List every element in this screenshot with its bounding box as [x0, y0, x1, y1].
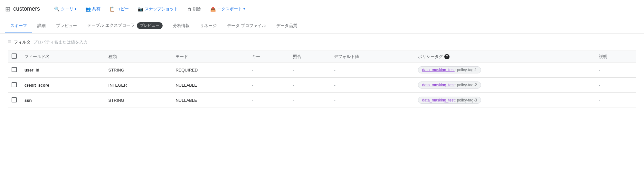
- th-mode: モード: [172, 51, 248, 62]
- key-cell: -: [248, 78, 289, 93]
- table-icon: ⊞: [5, 5, 11, 13]
- policy-tag-value: policy-tag-1: [457, 68, 477, 72]
- description-cell: -: [595, 62, 636, 78]
- default-cell: -: [330, 93, 414, 108]
- policy-tag-cell: data_masking_test : policy-tag-2: [414, 78, 595, 93]
- tab-table-explorer[interactable]: テーブル エクスプローラ プレビュー: [82, 18, 168, 33]
- mode-cell: REQUIRED: [172, 62, 248, 78]
- policy-tag-name-link[interactable]: data_masking_test: [422, 83, 455, 87]
- policy-tag-cell: data_masking_test : policy-tag-3: [414, 93, 595, 108]
- th-policy-tag: ポリシータグ ?: [414, 51, 595, 62]
- policy-tag-help-icon[interactable]: ?: [444, 54, 450, 59]
- row-checkbox-cell: [8, 78, 21, 93]
- th-description: 説明: [595, 51, 636, 62]
- type-cell: INTEGER: [105, 78, 172, 93]
- export-chevron-icon: ▾: [243, 7, 245, 11]
- policy-tag-badge: data_masking_test : policy-tag-3: [418, 97, 481, 104]
- row-checkbox-cell: [8, 93, 21, 108]
- th-key: キー: [248, 51, 289, 62]
- default-cell: -: [330, 62, 414, 78]
- mode-cell: NULLABLE: [172, 93, 248, 108]
- row-checkbox-0[interactable]: [12, 67, 17, 72]
- filter-placeholder: プロパティ名または値を入力: [33, 39, 88, 45]
- header-checkbox[interactable]: [12, 53, 17, 59]
- th-default: デフォルト値: [330, 51, 414, 62]
- chevron-down-icon: ▾: [75, 7, 76, 11]
- tab-data-profile[interactable]: データ プロファイル: [222, 19, 271, 33]
- header: ⊞ customers 🔍 クエリ ▾ 👥 共有 📋 コピー 📷 スナップショッ…: [0, 0, 644, 18]
- th-type: 種類: [105, 51, 172, 62]
- key-cell: -: [248, 93, 289, 108]
- policy-tag-badge: data_masking_test : policy-tag-1: [418, 66, 481, 73]
- schema-table: フィールド名 種類 モード キー 照合 デフォルト値 ポリシータグ ? 説明: [8, 51, 636, 108]
- match-cell: -: [289, 93, 330, 108]
- copy-button[interactable]: 📋 コピー: [106, 4, 133, 14]
- table-header-row: フィールド名 種類 モード キー 照合 デフォルト値 ポリシータグ ? 説明: [8, 51, 636, 62]
- tab-data-quality[interactable]: データ品質: [271, 19, 302, 33]
- header-actions: 🔍 クエリ ▾ 👥 共有 📋 コピー 📷 スナップショット 🗑 削除 📤 エクス…: [50, 4, 639, 14]
- policy-tag-separator: :: [455, 98, 456, 102]
- field-name-cell: user_id: [21, 62, 105, 78]
- policy-tag-separator: :: [455, 83, 456, 87]
- row-checkbox-cell: [8, 62, 21, 78]
- tab-preview[interactable]: プレビュー: [51, 19, 82, 33]
- title-group: ⊞ customers: [5, 5, 40, 13]
- filter-label: フィルタ: [14, 39, 31, 45]
- tab-lineage[interactable]: リネージ: [195, 19, 222, 33]
- type-cell: STRING: [105, 62, 172, 78]
- default-cell: -: [330, 78, 414, 93]
- copy-icon: 📋: [109, 6, 115, 12]
- export-button[interactable]: 📤 エクスポート ▾: [206, 4, 249, 14]
- tab-bar: スキーマ 詳細 プレビュー テーブル エクスプローラ プレビュー 分析情報 リネ…: [0, 18, 644, 33]
- policy-tag-value: policy-tag-3: [457, 98, 477, 102]
- policy-tag-value: policy-tag-2: [457, 83, 477, 87]
- delete-icon: 🗑: [187, 6, 192, 12]
- search-icon: 🔍: [54, 6, 60, 12]
- snapshot-button[interactable]: 📷 スナップショット: [134, 4, 182, 14]
- policy-tag-cell: data_masking_test : policy-tag-1: [414, 62, 595, 78]
- description-cell: -: [595, 93, 636, 108]
- policy-tag-name-link[interactable]: data_masking_test: [422, 98, 455, 102]
- row-checkbox-2[interactable]: [12, 97, 17, 102]
- key-cell: -: [248, 62, 289, 78]
- table-row: user_id STRING REQUIRED - - - data_maski…: [8, 62, 636, 78]
- type-cell: STRING: [105, 93, 172, 108]
- policy-tag-separator: :: [455, 68, 456, 72]
- match-cell: -: [289, 62, 330, 78]
- match-cell: -: [289, 78, 330, 93]
- tab-details[interactable]: 詳細: [32, 19, 51, 33]
- field-name-cell: credit_score: [21, 78, 105, 93]
- page-title: customers: [13, 5, 40, 12]
- policy-tag-name-link[interactable]: data_masking_test: [422, 68, 455, 72]
- th-match: 照合: [289, 51, 330, 62]
- filter-icon: ≡: [8, 39, 11, 45]
- snapshot-icon: 📷: [138, 6, 143, 12]
- description-cell: -: [595, 78, 636, 93]
- field-name-cell: ssn: [21, 93, 105, 108]
- mode-cell: NULLABLE: [172, 78, 248, 93]
- filter-bar: ≡ フィルタ プロパティ名または値を入力: [8, 39, 636, 45]
- th-field-name: フィールド名: [21, 51, 105, 62]
- tab-analytics[interactable]: 分析情報: [168, 19, 195, 33]
- th-checkbox: [8, 51, 21, 62]
- export-icon: 📤: [210, 6, 216, 12]
- share-icon: 👥: [85, 6, 91, 12]
- policy-tag-badge: data_masking_test : policy-tag-2: [418, 81, 481, 89]
- table-row: ssn STRING NULLABLE - - - data_masking_t…: [8, 93, 636, 108]
- tab-schema[interactable]: スキーマ: [5, 19, 32, 33]
- tab-preview-pill: プレビュー: [137, 22, 163, 29]
- delete-button[interactable]: 🗑 削除: [183, 4, 205, 14]
- main-content: ≡ フィルタ プロパティ名または値を入力 フィールド名 種類 モード キー 照合…: [0, 33, 644, 113]
- row-checkbox-1[interactable]: [12, 82, 17, 87]
- share-button[interactable]: 👥 共有: [81, 4, 104, 14]
- table-row: credit_score INTEGER NULLABLE - - - data…: [8, 78, 636, 93]
- query-button[interactable]: 🔍 クエリ ▾: [50, 4, 80, 14]
